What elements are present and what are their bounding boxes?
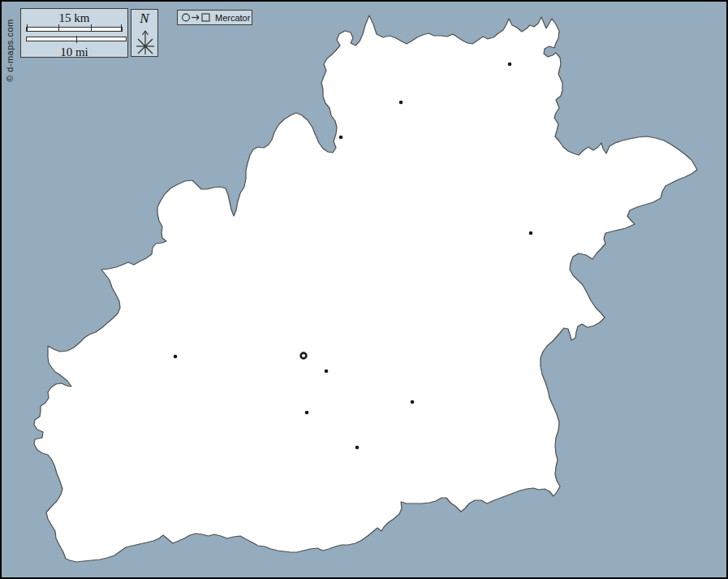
capital-city-marker: [301, 353, 307, 359]
scale-mi-bar: [26, 37, 127, 41]
city-dot: [174, 355, 178, 359]
scale-tick: [121, 24, 122, 32]
city-dot: [325, 369, 329, 374]
region-outline: [34, 15, 697, 562]
city-dot: [339, 136, 343, 140]
scale-tick: [76, 36, 77, 43]
projection-label: Mercator: [215, 13, 250, 23]
city-dot: [411, 400, 415, 404]
projection-box: Mercator: [177, 10, 252, 25]
scale-tick: [27, 24, 28, 32]
copyright-watermark: © d-maps.com: [5, 19, 15, 82]
square-icon: [202, 14, 209, 21]
map-svg: [2, 2, 728, 579]
circle-icon: [183, 14, 190, 21]
scale-bar-box: 15 km 10 mi: [20, 8, 128, 58]
compass-rose-icon: [131, 28, 159, 58]
city-dot: [529, 231, 533, 235]
north-arrow-box: N: [131, 9, 158, 57]
map-canvas: © d-maps.com 15 km 10 mi N: [0, 0, 728, 579]
projection-symbols-icon: [181, 12, 212, 23]
scale-km-bar: [26, 27, 123, 32]
city-dot: [508, 63, 512, 67]
north-label: N: [131, 11, 157, 27]
city-dot: [305, 411, 309, 415]
scale-mi-label: 10 mi: [21, 46, 127, 58]
scale-tick: [91, 24, 92, 32]
scale-tick: [58, 24, 59, 32]
city-dot: [399, 101, 403, 105]
city-dot: [355, 446, 360, 450]
scale-km-label: 15 km: [21, 12, 127, 24]
